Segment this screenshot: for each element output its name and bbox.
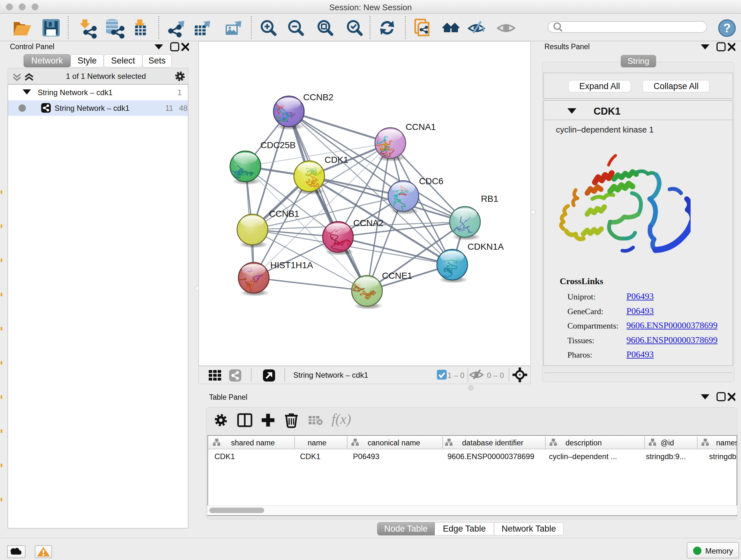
svg-text:?: ? (723, 21, 731, 35)
svg-text:CCNA2: CCNA2 (353, 218, 384, 228)
svg-text:CDC6: CDC6 (419, 176, 443, 186)
svg-text:CDK1: CDK1 (325, 155, 348, 165)
svg-text:CDC25B: CDC25B (260, 140, 295, 150)
svg-text:CCNA1: CCNA1 (406, 122, 436, 132)
svg-text:CCNE1: CCNE1 (382, 271, 412, 281)
svg-text:RB1: RB1 (481, 194, 498, 204)
svg-text:HIST1H1A: HIST1H1A (270, 260, 313, 270)
svg-text:CCNB2: CCNB2 (303, 92, 333, 102)
svg-text:CCNB1: CCNB1 (269, 209, 299, 219)
svg-text:CDKN1A: CDKN1A (468, 242, 504, 252)
